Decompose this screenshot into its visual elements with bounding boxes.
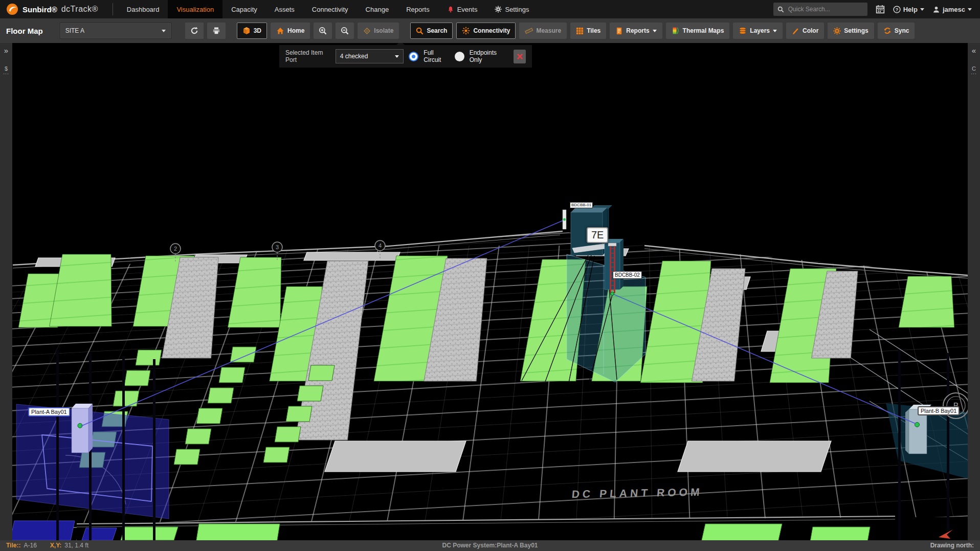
chevron-down-icon	[162, 30, 166, 32]
grid-bubble-4: 4	[378, 243, 382, 249]
bell-icon	[447, 6, 454, 13]
nav-item-connectivity[interactable]: Connectivity	[303, 0, 357, 18]
north-arrow-icon	[939, 530, 953, 539]
endpoints-only-label: Endpoints Only	[470, 49, 506, 63]
chevron-down-icon	[920, 8, 924, 11]
gear-icon	[833, 27, 841, 35]
calendar-icon[interactable]	[876, 5, 885, 14]
nav-item-change[interactable]: Change	[357, 0, 398, 18]
settings-button[interactable]: Settings	[828, 23, 874, 39]
label-bdcbb02[interactable]: BDCBB-02	[613, 271, 642, 279]
isolate-button[interactable]: Isolate	[358, 23, 399, 39]
brand-name: Sunbird®	[23, 5, 57, 14]
user-menu[interactable]: jamesc	[932, 6, 972, 13]
grid-bubble-2: 2	[174, 246, 177, 252]
chevron-down-icon	[653, 30, 657, 32]
home-icon	[276, 27, 284, 35]
nav-item-assets[interactable]: Assets	[266, 0, 303, 18]
refresh-icon	[190, 27, 198, 35]
circuits-tab-icon[interactable]: C ...	[971, 67, 976, 75]
cabinet-port-dot[interactable]	[611, 292, 614, 296]
top-nav: Sunbird® dcTrack® Dashboard Visualizatio…	[0, 0, 980, 18]
selected-item-port-label: Selected Item Port	[285, 49, 330, 63]
left-edge-panel: » $ ...	[0, 43, 12, 540]
layers-icon	[739, 27, 747, 35]
nav-item-events[interactable]: Events	[438, 0, 486, 18]
connectivity-options-panel: Selected Item Port 4 checked Full Circui…	[279, 45, 532, 68]
thermal-icon	[672, 27, 680, 35]
chevron-down-icon	[773, 30, 777, 32]
gear-icon	[495, 6, 502, 13]
zoom-out-icon	[341, 27, 349, 35]
thermal-maps-button[interactable]: Thermal Maps	[666, 23, 730, 39]
report-doc-icon	[615, 27, 623, 35]
right-edge-panel: « C ...	[968, 43, 980, 540]
close-connectivity-button[interactable]	[514, 50, 526, 63]
nav-item-dashboard[interactable]: Dashboard	[118, 0, 168, 18]
chevron-down-icon	[395, 55, 399, 58]
floor-map-canvas[interactable]: B	[0, 43, 980, 540]
user-icon	[932, 6, 940, 13]
help-icon: ?	[893, 6, 901, 13]
home-button[interactable]: Home	[271, 23, 310, 39]
status-bar: Tile:: A-16 X,Y: 31, 1.4 ft DC Power Sys…	[0, 540, 980, 551]
label-bdcbb01[interactable]: BDCBB-01	[570, 202, 593, 208]
layers-button[interactable]: Layers	[733, 23, 783, 39]
brand-product: dcTrack®	[61, 5, 98, 14]
port-select[interactable]: 4 checked	[336, 49, 404, 63]
help-menu[interactable]: ? Help	[893, 6, 924, 13]
tile-label: Tile::	[6, 542, 20, 549]
quick-search-input[interactable]	[787, 5, 851, 13]
label-plant-a[interactable]: Plant-A Bay01	[28, 407, 70, 416]
endpoints-only-radio[interactable]	[455, 52, 464, 61]
connectivity-button[interactable]: Connectivity	[456, 23, 516, 39]
floor-3d-scene[interactable]: B	[0, 43, 980, 540]
rack-tile-rows[interactable]	[18, 254, 954, 440]
print-icon	[212, 27, 220, 35]
color-button[interactable]: Color	[786, 23, 824, 39]
label-plant-b[interactable]: Plant-B Bay01	[918, 406, 960, 415]
brand: Sunbird® dcTrack®	[0, 0, 107, 18]
grid-bubble-3: 3	[276, 244, 279, 250]
expand-left-panel-icon[interactable]: »	[4, 46, 8, 55]
room-name-text: DC PLANT ROOM	[571, 486, 703, 500]
zoom-out-button[interactable]	[336, 23, 354, 39]
xy-value: 31, 1.4 ft	[64, 542, 88, 549]
nav-divider	[113, 3, 113, 15]
site-select[interactable]: SITE A	[60, 23, 171, 39]
sync-icon	[883, 27, 892, 35]
print-button[interactable]	[207, 23, 226, 39]
nav-item-settings[interactable]: Settings	[486, 0, 538, 18]
collapse-right-panel-icon[interactable]: «	[972, 46, 976, 55]
sync-button[interactable]: Sync	[878, 23, 915, 39]
selected-system-text: DC Power System:Plant-A Bay01	[442, 542, 538, 549]
page-title: Floor Map	[6, 27, 43, 35]
label-rack-7e[interactable]: 7E	[587, 227, 608, 243]
refresh-button[interactable]	[185, 23, 204, 39]
svg-text:?: ?	[896, 7, 898, 12]
quick-search[interactable]	[773, 3, 867, 16]
color-brush-icon	[792, 27, 799, 35]
cube-3d-icon	[242, 27, 251, 35]
reports-button[interactable]: Reports	[610, 23, 662, 39]
measure-button[interactable]: Measure	[519, 23, 567, 39]
plant-b-area[interactable]: B	[886, 350, 980, 540]
search-button[interactable]: Search	[410, 23, 453, 39]
full-circuit-label: Full Circuit	[424, 49, 449, 63]
close-icon	[517, 53, 523, 60]
search-icon	[777, 6, 784, 13]
connectivity-icon	[462, 27, 470, 35]
3d-toggle-button[interactable]: 3D	[237, 23, 267, 39]
drawing-north-label: Drawing north:	[930, 542, 974, 549]
tiles-button[interactable]: Tiles	[570, 23, 606, 39]
plant-b-port-dot[interactable]	[915, 423, 920, 427]
nav-item-reports[interactable]: Reports	[397, 0, 438, 18]
tile-value: A-16	[24, 542, 36, 549]
floor-map-toolbar: Floor Map SITE A 3D Home	[0, 18, 980, 43]
search-icon	[416, 27, 424, 35]
nav-item-capacity[interactable]: Capacity	[222, 0, 266, 18]
cost-tab-icon[interactable]: $ ...	[3, 67, 9, 75]
zoom-in-button[interactable]	[314, 23, 332, 39]
nav-item-visualization[interactable]: Visualization	[168, 0, 222, 18]
full-circuit-radio[interactable]	[409, 52, 418, 61]
